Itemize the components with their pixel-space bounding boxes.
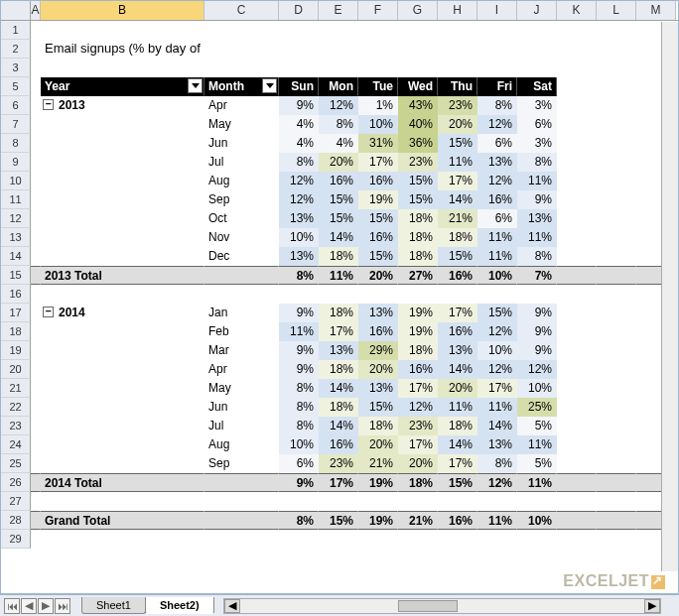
pivot-value: 8% bbox=[279, 398, 319, 417]
column-header-M[interactable]: M bbox=[636, 1, 676, 20]
row-header[interactable]: 8 bbox=[1, 134, 31, 153]
pivot-grandtotal-value: 15% bbox=[319, 511, 358, 530]
column-header-A[interactable]: A bbox=[31, 1, 41, 20]
row-header[interactable]: 2 bbox=[1, 40, 31, 59]
row-header[interactable]: 23 bbox=[1, 417, 31, 435]
pivot-day-header[interactable]: Fri bbox=[477, 77, 517, 96]
row-header[interactable]: 26 bbox=[1, 473, 31, 492]
pivot-row-label bbox=[41, 435, 204, 454]
row-header[interactable]: 6 bbox=[1, 96, 31, 115]
pivot-value: 20% bbox=[438, 115, 477, 134]
pivot-value: 16% bbox=[358, 322, 398, 341]
column-header-H[interactable]: H bbox=[438, 1, 477, 20]
row-header[interactable]: 12 bbox=[1, 209, 31, 228]
column-header-F[interactable]: F bbox=[358, 1, 398, 20]
pivot-day-header[interactable]: Sun bbox=[279, 77, 319, 96]
row-header[interactable]: 25 bbox=[1, 454, 31, 473]
pivot-value: 19% bbox=[398, 322, 438, 341]
column-header-L[interactable]: L bbox=[597, 1, 636, 20]
pivot-day-header[interactable]: Mon bbox=[319, 77, 358, 96]
pivot-value: 16% bbox=[477, 190, 517, 209]
scroll-left-icon[interactable]: ◀ bbox=[224, 599, 240, 613]
pivot-grandtotal-value: 19% bbox=[358, 511, 398, 530]
pivot-value: 18% bbox=[319, 304, 358, 322]
pivot-day-header[interactable]: Sat bbox=[517, 77, 557, 96]
column-header-E[interactable]: E bbox=[319, 1, 358, 20]
scroll-right-icon[interactable]: ▶ bbox=[644, 599, 660, 613]
row-header[interactable]: 19 bbox=[1, 341, 31, 360]
pivot-value: 14% bbox=[319, 379, 358, 398]
collapse-icon[interactable]: − bbox=[43, 99, 54, 110]
column-header-G[interactable]: G bbox=[398, 1, 438, 20]
tab-last-icon[interactable]: ⏭ bbox=[55, 598, 70, 614]
column-header-J[interactable]: J bbox=[517, 1, 557, 20]
row-header[interactable]: 28 bbox=[1, 511, 31, 530]
column-header-C[interactable]: C bbox=[204, 1, 279, 20]
tab-first-icon[interactable]: ⏮ bbox=[4, 598, 20, 614]
pivot-value: 9% bbox=[279, 360, 319, 379]
row-header[interactable]: 1 bbox=[1, 21, 31, 40]
pivot-value: 10% bbox=[279, 228, 319, 247]
row-header[interactable]: 11 bbox=[1, 190, 31, 209]
pivot-value: 11% bbox=[517, 435, 557, 454]
row-header[interactable]: 7 bbox=[1, 115, 31, 134]
row-header[interactable]: 27 bbox=[1, 492, 31, 511]
pivot-day-header[interactable]: Tue bbox=[358, 77, 398, 96]
horizontal-scrollbar[interactable]: ◀ ▶ bbox=[223, 598, 661, 614]
pivot-value: 13% bbox=[517, 209, 557, 228]
row-header[interactable]: 17 bbox=[1, 304, 31, 322]
row-header[interactable]: 22 bbox=[1, 398, 31, 417]
row-header[interactable]: 5 bbox=[1, 77, 31, 96]
vertical-scrollbar[interactable] bbox=[661, 22, 678, 571]
pivot-row-label bbox=[41, 322, 204, 341]
pivot-field-year[interactable]: Year bbox=[41, 77, 204, 96]
pivot-row-label bbox=[41, 398, 204, 417]
row-header[interactable]: 24 bbox=[1, 435, 31, 454]
sheet-tab[interactable]: Sheet2) bbox=[145, 597, 214, 614]
row-header[interactable]: 14 bbox=[1, 247, 31, 266]
pivot-value: 17% bbox=[477, 379, 517, 398]
row-header[interactable]: 15 bbox=[1, 266, 31, 285]
pivot-row-label bbox=[41, 115, 204, 134]
pivot-month: Dec bbox=[204, 247, 279, 266]
pivot-value: 9% bbox=[517, 304, 557, 322]
pivot-subtotal-value: 11% bbox=[319, 266, 358, 285]
row-header[interactable]: 10 bbox=[1, 172, 31, 190]
scroll-thumb[interactable] bbox=[398, 600, 458, 612]
row-header[interactable]: 9 bbox=[1, 153, 31, 172]
column-header-D[interactable]: D bbox=[279, 1, 319, 20]
pivot-value: 12% bbox=[477, 360, 517, 379]
dropdown-icon[interactable] bbox=[262, 78, 277, 93]
pivot-month: Aug bbox=[204, 435, 279, 454]
row-header[interactable]: 21 bbox=[1, 379, 31, 398]
pivot-value: 13% bbox=[279, 209, 319, 228]
column-header-B[interactable]: B bbox=[41, 1, 204, 20]
row-header[interactable]: 16 bbox=[1, 285, 31, 304]
pivot-value: 18% bbox=[319, 360, 358, 379]
sheet-tab[interactable]: Sheet1 bbox=[81, 597, 146, 614]
select-all-corner[interactable] bbox=[1, 1, 31, 20]
pivot-day-header[interactable]: Thu bbox=[438, 77, 477, 96]
row-header[interactable]: 20 bbox=[1, 360, 31, 379]
pivot-row-label bbox=[41, 134, 204, 153]
pivot-value: 8% bbox=[477, 454, 517, 473]
pivot-month: Jul bbox=[204, 153, 279, 172]
grid-body[interactable]: 12Email signups (% by day of week)35Year… bbox=[1, 21, 678, 593]
pivot-subtotal-value: 27% bbox=[398, 266, 438, 285]
dropdown-icon[interactable] bbox=[188, 78, 203, 93]
column-header-K[interactable]: K bbox=[557, 1, 597, 20]
row-header[interactable]: 29 bbox=[1, 530, 31, 549]
pivot-grandtotal-label: Grand Total bbox=[41, 511, 204, 530]
column-header-I[interactable]: I bbox=[477, 1, 517, 20]
tab-prev-icon[interactable]: ◀ bbox=[21, 598, 37, 614]
tab-next-icon[interactable]: ▶ bbox=[38, 598, 54, 614]
pivot-value: 23% bbox=[398, 153, 438, 172]
row-header[interactable]: 18 bbox=[1, 322, 31, 341]
pivot-day-header[interactable]: Wed bbox=[398, 77, 438, 96]
collapse-icon[interactable]: − bbox=[43, 307, 54, 317]
pivot-value: 19% bbox=[358, 190, 398, 209]
row-header[interactable]: 13 bbox=[1, 228, 31, 247]
row-header[interactable]: 3 bbox=[1, 59, 31, 77]
pivot-row-label bbox=[41, 417, 204, 435]
pivot-field-month[interactable]: Month bbox=[204, 77, 279, 96]
